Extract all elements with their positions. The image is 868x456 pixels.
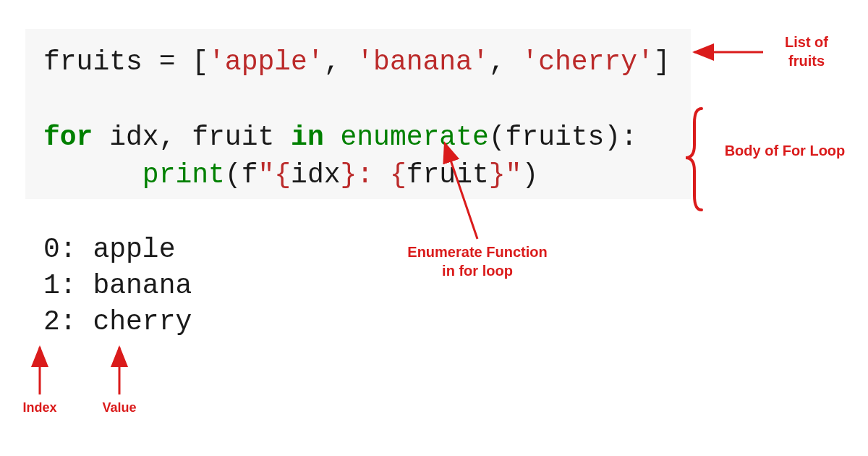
code-blank-line (43, 81, 684, 119)
string-literal: 'banana' (357, 46, 488, 77)
fstring-var: fruit (407, 159, 489, 190)
keyword-in: in (291, 122, 324, 153)
code-text (324, 122, 341, 153)
code-text: , (489, 46, 522, 77)
builtin-enumerate: enumerate (341, 122, 489, 153)
output-line: 2: cherry (43, 304, 192, 340)
code-text: (f (225, 159, 258, 190)
fstring-brace: { (390, 159, 407, 190)
diagram-stage: fruits = ['apple', 'banana', 'cherry'] f… (0, 0, 868, 456)
code-line-1: fruits = ['apple', 'banana', 'cherry'] (43, 43, 684, 81)
fstring-brace: } (341, 159, 357, 190)
indent (43, 159, 142, 190)
code-text: fruits = [ (43, 46, 208, 77)
annotation-body-of-loop: Body of For Loop (712, 141, 857, 160)
code-text: ] (654, 46, 671, 77)
fstring-var: idx (291, 159, 340, 190)
string-literal: 'apple' (208, 46, 324, 77)
output-line: 0: apple (43, 232, 192, 268)
string-literal: " (258, 159, 274, 190)
string-literal: 'cherry' (522, 46, 653, 77)
code-text: (fruits): (489, 122, 637, 153)
annotation-list-of-fruits: List offruits (767, 33, 846, 70)
code-block: fruits = ['apple', 'banana', 'cherry'] f… (25, 29, 691, 199)
code-line-2: for idx, fruit in enumerate(fruits): (43, 119, 684, 156)
annotation-index: Index (11, 398, 69, 417)
string-literal: " (506, 159, 522, 190)
string-literal: : (357, 159, 390, 190)
code-text: idx, fruit (93, 122, 291, 153)
builtin-print: print (142, 159, 225, 190)
annotation-enumerate: Enumerate Functionin for loop (383, 242, 571, 280)
keyword-for: for (43, 122, 93, 153)
fstring-brace: { (274, 159, 291, 190)
annotation-value: Value (90, 398, 148, 417)
output-block: 0: apple 1: banana 2: cherry (43, 232, 192, 340)
code-text: ) (522, 159, 538, 190)
code-line-3: print(f"{idx}: {fruit}") (43, 156, 684, 194)
code-text: , (324, 46, 357, 77)
fstring-brace: } (489, 159, 506, 190)
output-line: 1: banana (43, 268, 192, 304)
